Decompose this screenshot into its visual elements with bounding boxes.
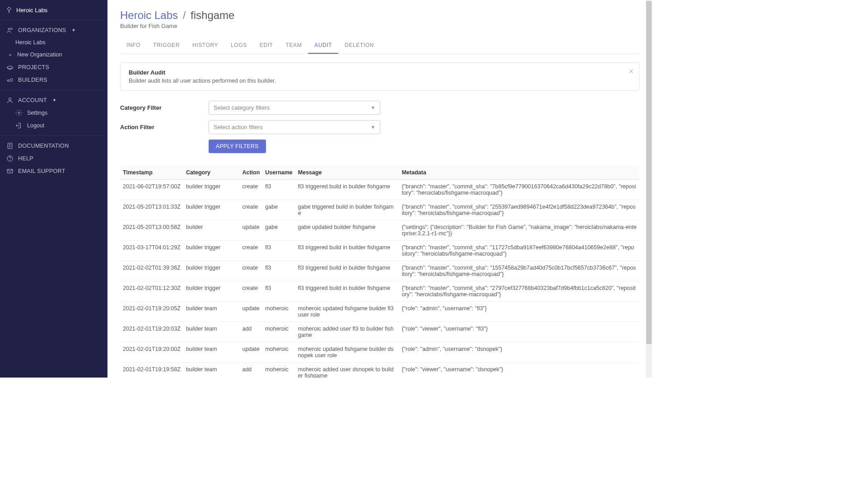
cell-ts: 2021-03-17T04:01:29Z xyxy=(120,241,183,261)
tab-deletion[interactable]: DELETION xyxy=(338,37,380,54)
cell-user: fl3 xyxy=(262,261,295,281)
cell-msg: fl3 triggered build in builder fishgame xyxy=(295,180,399,200)
chevron-down-icon: ▼ xyxy=(371,125,375,130)
builders-icon xyxy=(6,76,14,84)
panel-title: Builder Audit xyxy=(129,69,631,76)
projects-icon xyxy=(6,64,14,71)
help-icon xyxy=(6,155,14,162)
logout-icon xyxy=(15,122,23,129)
cell-act: update xyxy=(239,220,262,241)
panel-text: Builder audit lists all user actions per… xyxy=(129,78,631,84)
cell-meta: {"role": "viewer", "username": "dsnopek"… xyxy=(399,363,639,378)
chevron-down-icon: ▼ xyxy=(71,28,75,33)
cell-msg: fl3 triggered build in builder fishgame xyxy=(295,261,399,281)
sidebar-organizations[interactable]: ORGANIZATIONS ▼ xyxy=(0,24,107,37)
cell-msg: fl3 triggered build in builder fishgame xyxy=(295,281,399,302)
plus-icon: ＋ xyxy=(6,51,14,58)
cell-cat: builder trigger xyxy=(183,180,240,200)
cell-act: create xyxy=(239,261,262,281)
action-filter-select[interactable]: Select action filters ▼ xyxy=(209,120,380,134)
cell-user: moheroic xyxy=(262,302,295,322)
cell-cat: builder team xyxy=(183,342,240,363)
sidebar-email-support[interactable]: EMAIL SUPPORT xyxy=(0,165,107,177)
main-content: Heroic Labs / fishgame Builder for Fish … xyxy=(107,0,652,378)
table-row: 2021-02-01T19:20:00Zbuilder teamupdatemo… xyxy=(120,342,639,363)
column-header: Username xyxy=(262,166,295,180)
tab-audit[interactable]: AUDIT xyxy=(308,37,338,54)
cell-meta: {"branch": "master", "commit_sha": "7b85… xyxy=(399,180,639,200)
cell-meta: {"role": "admin", "username": "dsnopek"} xyxy=(399,342,639,363)
cell-msg: gabe triggered build in builder fishgame xyxy=(295,200,399,220)
cell-meta: {"branch": "master", "commit_sha": "2797… xyxy=(399,281,639,302)
sidebar-logout[interactable]: Logout xyxy=(0,119,107,132)
info-panel: × Builder Audit Builder audit lists all … xyxy=(120,62,639,91)
mail-icon xyxy=(6,168,14,175)
cell-cat: builder trigger xyxy=(183,200,240,220)
cell-ts: 2021-02-01T19:20:00Z xyxy=(120,342,183,363)
cell-ts: 2021-02-01T19:19:58Z xyxy=(120,363,183,378)
cell-meta: {"settings": {"description": "Builder fo… xyxy=(399,220,639,241)
category-filter-select[interactable]: Select category filters ▼ xyxy=(209,101,380,115)
page-subtitle: Builder for Fish Game xyxy=(120,23,639,29)
breadcrumb-org[interactable]: Heroic Labs xyxy=(120,9,178,21)
sidebar-projects[interactable]: PROJECTS xyxy=(0,61,107,74)
sidebar-org-item[interactable]: Heroic Labs xyxy=(0,37,107,48)
svg-point-4 xyxy=(18,112,20,114)
audit-table: TimestampCategoryActionUsernameMessageMe… xyxy=(120,166,639,378)
cell-cat: builder team xyxy=(183,302,240,322)
sidebar-help[interactable]: HELP xyxy=(0,152,107,165)
apply-filters-button[interactable]: APPLY FILTERS xyxy=(209,140,266,153)
sidebar-builders[interactable]: BUILDERS xyxy=(0,74,107,86)
tab-info[interactable]: INFO xyxy=(120,37,147,54)
cell-cat: builder xyxy=(183,220,240,241)
tab-edit[interactable]: EDIT xyxy=(253,37,280,54)
scrollbar[interactable] xyxy=(646,0,652,378)
cell-msg: moheroic updated fishgame builder fl3 us… xyxy=(295,302,399,322)
cell-user: moheroic xyxy=(262,322,295,342)
tab-logs[interactable]: LOGS xyxy=(224,37,253,54)
close-icon[interactable]: × xyxy=(629,67,634,75)
tab-history[interactable]: HISTORY xyxy=(186,37,224,54)
svg-point-1 xyxy=(11,28,12,29)
cell-ts: 2021-02-02T01:39:36Z xyxy=(120,261,183,281)
sidebar-settings[interactable]: Settings xyxy=(0,107,107,119)
column-header: Message xyxy=(295,166,399,180)
cell-ts: 2021-06-02T19:57:00Z xyxy=(120,180,183,200)
sidebar-account[interactable]: ACCOUNT ▼ xyxy=(0,94,107,107)
cell-act: create xyxy=(239,281,262,302)
table-row: 2021-03-17T04:01:29Zbuilder triggercreat… xyxy=(120,241,639,261)
action-filter-label: Action Filter xyxy=(120,124,209,131)
cell-act: add xyxy=(239,363,262,378)
users-icon xyxy=(6,27,14,34)
cell-ts: 2021-02-01T19:20:05Z xyxy=(120,302,183,322)
table-row: 2021-05-20T13:00:58Zbuilderupdategabegab… xyxy=(120,220,639,241)
cell-meta: {"role": "admin", "username": "fl3"} xyxy=(399,302,639,322)
column-header: Timestamp xyxy=(120,166,183,180)
sidebar: Heroic Labs ORGANIZATIONS ▼ Heroic Labs … xyxy=(0,0,107,378)
cell-ts: 2021-05-20T13:00:58Z xyxy=(120,220,183,241)
logo-icon xyxy=(5,6,13,14)
cell-user: gabe xyxy=(262,220,295,241)
table-row: 2021-05-20T13:01:33Zbuilder triggercreat… xyxy=(120,200,639,220)
breadcrumb: Heroic Labs / fishgame xyxy=(120,9,639,22)
table-row: 2021-02-01T19:20:03Zbuilder teamaddmoher… xyxy=(120,322,639,342)
cell-act: create xyxy=(239,241,262,261)
scrollbar-thumb[interactable] xyxy=(646,1,652,344)
tab-trigger[interactable]: TRIGGER xyxy=(147,37,186,54)
cell-cat: builder trigger xyxy=(183,261,240,281)
cell-act: update xyxy=(239,302,262,322)
table-row: 2021-02-01T19:19:58Zbuilder teamaddmoher… xyxy=(120,363,639,378)
cell-ts: 2021-02-01T19:20:03Z xyxy=(120,322,183,342)
sidebar-new-org[interactable]: ＋ New Organization xyxy=(0,48,107,61)
tabs: INFOTRIGGERHISTORYLOGSEDITTEAMAUDITDELET… xyxy=(120,37,639,54)
column-header: Category xyxy=(183,166,240,180)
tab-team[interactable]: TEAM xyxy=(280,37,308,54)
table-row: 2021-02-02T01:39:36Zbuilder triggercreat… xyxy=(120,261,639,281)
cell-msg: moheroic added user dsnopek to builder f… xyxy=(295,363,399,378)
brand-logo[interactable]: Heroic Labs xyxy=(0,0,107,20)
gear-icon xyxy=(15,109,23,117)
cell-cat: builder trigger xyxy=(183,241,240,261)
table-row: 2021-02-01T19:20:05Zbuilder teamupdatemo… xyxy=(120,302,639,322)
sidebar-documentation[interactable]: DOCUMENTATION xyxy=(0,140,107,152)
cell-ts: 2021-05-20T13:01:33Z xyxy=(120,200,183,220)
